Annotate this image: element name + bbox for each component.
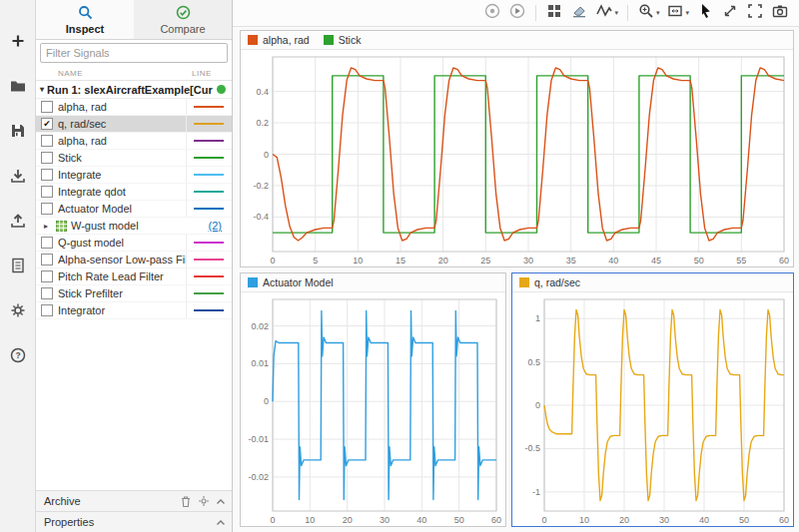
signal-row[interactable]: Q-gust model <box>36 235 232 252</box>
bottom-right-plot-selected[interactable]: q, rad/sec 0102030405060-1-0.500.51 <box>511 272 794 527</box>
properties-collapse-chevron-icon[interactable] <box>216 519 226 526</box>
svg-text:-0.2: -0.2 <box>253 181 269 191</box>
trash-icon[interactable] <box>180 495 192 508</box>
signal-checkbox[interactable]: ✔ <box>41 118 53 130</box>
model-icon <box>56 221 67 232</box>
zoom-button[interactable]: ▾ <box>635 2 662 24</box>
legend-item: Actuator Model <box>248 276 334 288</box>
archive-collapse-chevron-icon[interactable] <box>216 498 226 505</box>
signal-checkbox[interactable] <box>41 101 53 113</box>
run-label: Run 1: slexAircraftExample[Current] <box>47 84 213 96</box>
signal-checkbox[interactable] <box>41 135 53 147</box>
fullscreen-button[interactable] <box>744 2 766 24</box>
signal-row[interactable]: alpha, rad <box>36 133 232 150</box>
signal-row[interactable]: Integrate qdot <box>36 184 232 201</box>
svg-text:20: 20 <box>438 256 448 266</box>
chevron-down-icon: ▾ <box>656 9 660 17</box>
plot-grid: alpha, radStick 051015202530354045505560… <box>233 27 799 532</box>
play-button[interactable] <box>506 2 528 24</box>
archive-settings-gear-icon[interactable] <box>198 495 210 507</box>
open-button[interactable] <box>2 67 34 104</box>
sidebar-empty-space <box>36 319 232 490</box>
svg-text:-0.4: -0.4 <box>253 212 269 222</box>
signal-checkbox[interactable] <box>41 186 53 198</box>
help-button[interactable]: ? <box>2 336 34 373</box>
import-button[interactable] <box>2 157 34 194</box>
column-header: NAME LINE <box>36 66 232 81</box>
tab-compare[interactable]: Compare <box>134 0 232 39</box>
create-report-button[interactable] <box>2 247 34 283</box>
signal-count-link[interactable]: (2) <box>209 220 232 232</box>
signal-line-swatch <box>186 184 232 200</box>
signal-row[interactable]: Stick Prefilter <box>36 285 232 302</box>
signal-checkbox[interactable] <box>41 152 53 164</box>
sidebar-tabs: Inspect Compare <box>36 0 232 40</box>
signal-checkbox[interactable] <box>41 287 53 299</box>
add-icon <box>9 32 27 50</box>
signal-trace-button[interactable]: ▾ <box>593 2 620 24</box>
signal-checkbox[interactable] <box>41 169 53 181</box>
archive-label: Archive <box>44 495 81 507</box>
tab-inspect[interactable]: Inspect <box>36 0 134 39</box>
collapse-icon[interactable]: ▾ <box>40 85 44 94</box>
run-row[interactable]: ▾ Run 1: slexAircraftExample[Current] <box>36 81 232 99</box>
signal-row[interactable]: Stick <box>36 150 232 167</box>
save-icon <box>9 122 27 140</box>
signal-row[interactable]: ✔q, rad/sec <box>36 116 232 133</box>
export-button[interactable] <box>2 202 34 239</box>
open-folder-icon <box>9 77 27 95</box>
fit-to-view-button[interactable]: ▾ <box>664 2 691 24</box>
clear-plots-button[interactable] <box>568 2 590 24</box>
plot-legend: Actuator Model <box>241 273 505 292</box>
signal-row[interactable]: Integrator <box>36 302 232 319</box>
plot-canvas[interactable]: 0102030405060-0.02-0.0100.010.02 <box>241 292 505 526</box>
svg-text:20: 20 <box>619 515 629 525</box>
record-button[interactable] <box>481 2 503 24</box>
svg-text:20: 20 <box>343 515 353 525</box>
signal-row[interactable]: Alpha-sensor Low-pass Filter <box>36 252 232 268</box>
svg-text:40: 40 <box>416 515 426 525</box>
signal-row[interactable]: alpha, rad <box>36 99 232 116</box>
add-button[interactable] <box>2 22 34 59</box>
filter-area <box>36 40 232 66</box>
bottom-plot-row: Actuator Model 0102030405060-0.02-0.0100… <box>240 272 794 527</box>
filter-signals-input[interactable] <box>40 43 228 63</box>
signal-line-swatch <box>186 99 232 115</box>
signal-checkbox[interactable] <box>41 270 53 282</box>
preferences-button[interactable] <box>2 291 34 328</box>
plot-canvas[interactable]: 051015202530354045505560-0.4-0.200.20.4 <box>241 50 793 266</box>
signal-name: Stick Prefilter <box>58 287 186 299</box>
svg-text:60: 60 <box>779 515 789 525</box>
tab-inspect-label: Inspect <box>66 23 105 35</box>
signal-checkbox[interactable] <box>41 304 53 316</box>
bottom-left-plot[interactable]: Actuator Model 0102030405060-0.02-0.0100… <box>240 272 506 527</box>
signal-checkbox[interactable] <box>41 254 53 266</box>
cursor-tool-button[interactable] <box>694 2 716 24</box>
pan-tool-button[interactable] <box>719 2 741 24</box>
top-plot[interactable]: alpha, radStick 051015202530354045505560… <box>240 30 794 267</box>
toolbar-separator <box>535 5 536 21</box>
properties-bar[interactable]: Properties <box>36 511 232 532</box>
signal-row[interactable]: Pitch Rate Lead Filter <box>36 268 232 285</box>
archive-bar[interactable]: Archive <box>36 490 232 511</box>
signal-trace-icon <box>595 2 613 24</box>
expand-icon[interactable]: ▸ <box>44 222 55 231</box>
svg-text:0: 0 <box>535 400 540 410</box>
signal-row[interactable]: Actuator Model <box>36 201 232 218</box>
signal-row[interactable]: Integrate <box>36 167 232 184</box>
plot-canvas[interactable]: 0102030405060-1-0.500.51 <box>512 292 793 526</box>
signal-checkbox[interactable] <box>41 203 53 215</box>
svg-text:0.02: 0.02 <box>251 321 269 331</box>
fullscreen-icon <box>746 2 764 24</box>
signal-group-row[interactable]: ▸W-gust model(2) <box>36 218 232 235</box>
signal-checkbox[interactable] <box>41 237 53 249</box>
svg-text:0.2: 0.2 <box>256 118 269 128</box>
column-name: NAME <box>58 69 186 78</box>
svg-text:-0.5: -0.5 <box>524 443 540 453</box>
svg-text:50: 50 <box>739 515 749 525</box>
snapshot-button[interactable] <box>769 2 791 24</box>
svg-text:50: 50 <box>694 256 704 266</box>
save-button[interactable] <box>2 112 34 149</box>
signal-name: Alpha-sensor Low-pass Filter <box>58 254 186 266</box>
layout-grid-button[interactable] <box>543 2 565 24</box>
